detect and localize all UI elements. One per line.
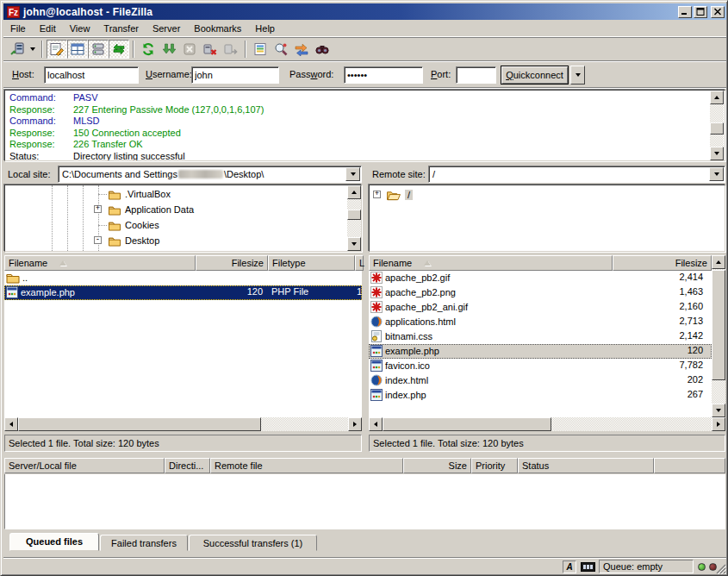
encryption-indicator-icon[interactable] xyxy=(581,562,595,572)
cancel-operation-button[interactable] xyxy=(179,40,200,59)
username-input[interactable] xyxy=(191,66,279,84)
tree-item-cookies[interactable]: Cookies xyxy=(5,217,361,233)
file-row-updir[interactable]: .. xyxy=(4,271,362,285)
queue-list[interactable] xyxy=(4,474,725,529)
column-header-remote-file[interactable]: Remote file xyxy=(210,458,403,473)
tree-item-virtualbox[interactable]: .VirtualBox xyxy=(5,186,361,202)
file-row[interactable]: index.php 267 xyxy=(369,388,712,403)
column-header-filesize[interactable]: Filesize xyxy=(613,255,712,271)
column-header-priority[interactable]: Priority xyxy=(471,458,518,473)
menu-transfer[interactable]: Transfer xyxy=(96,21,146,36)
redacted-username xyxy=(178,170,223,178)
toggle-message-log-button[interactable] xyxy=(47,40,67,59)
host-input[interactable] xyxy=(44,66,139,84)
file-row[interactable]: apache_pb2.gif 2,414 xyxy=(369,271,712,285)
tree-item-desktop[interactable]: - Desktop xyxy=(5,233,361,248)
file-row[interactable]: favicon.ico 7,782 xyxy=(369,359,712,373)
refresh-button[interactable] xyxy=(138,40,159,59)
column-header-size[interactable]: Size xyxy=(403,458,471,473)
file-row[interactable]: apache_pb2_ani.gif 2,160 xyxy=(369,300,712,315)
site-manager-dropdown-icon[interactable] xyxy=(28,40,38,59)
expand-icon[interactable]: + xyxy=(373,191,381,198)
port-input[interactable] xyxy=(456,66,496,84)
tab-successful-transfers[interactable]: Successful transfers (1) xyxy=(189,535,317,551)
tab-failed-transfers[interactable]: Failed transfers xyxy=(100,535,188,551)
scroll-right-icon[interactable] xyxy=(712,417,725,431)
css-file-icon xyxy=(370,330,383,342)
scrollbar-thumb[interactable] xyxy=(18,417,261,431)
maximize-button[interactable] xyxy=(694,6,707,18)
column-header-filetype[interactable]: Filetype xyxy=(268,255,355,271)
tree-item-root[interactable]: + / xyxy=(370,187,725,203)
scrollbar-thumb[interactable] xyxy=(347,210,361,220)
local-horizontal-scrollbar[interactable] xyxy=(4,417,362,431)
file-row[interactable]: index.html 202 xyxy=(369,373,712,388)
menu-server[interactable]: Server xyxy=(146,21,187,36)
quickconnect-button[interactable]: Quickconnect xyxy=(501,66,569,85)
expand-icon[interactable]: + xyxy=(94,205,102,213)
remote-site-combobox[interactable]: / xyxy=(428,166,725,183)
column-header-filename[interactable]: Filename xyxy=(369,255,613,271)
menu-bookmarks[interactable]: Bookmarks xyxy=(187,21,248,36)
remote-vertical-scrollbar[interactable] xyxy=(712,255,725,417)
toggle-remote-tree-button[interactable] xyxy=(88,40,109,59)
column-header-status[interactable]: Status xyxy=(518,458,654,473)
scroll-down-icon[interactable] xyxy=(712,404,725,417)
title-bar[interactable]: Fz john@localhost - FileZilla xyxy=(3,3,726,20)
synchronized-browsing-button[interactable] xyxy=(291,40,312,59)
combo-dropdown-icon[interactable] xyxy=(709,167,724,181)
scroll-up-icon[interactable] xyxy=(710,91,724,104)
disconnect-button[interactable] xyxy=(200,40,221,59)
file-row[interactable]: apache_pb2.png 1,463 xyxy=(369,285,712,300)
quickconnect-dropdown-icon[interactable] xyxy=(570,66,585,85)
scroll-right-icon[interactable] xyxy=(348,417,362,431)
directory-comparison-button[interactable] xyxy=(271,40,291,59)
menu-help[interactable]: Help xyxy=(248,21,282,36)
find-files-button[interactable] xyxy=(312,40,333,59)
remote-site-label: Remote site: xyxy=(369,167,429,181)
scrollbar-thumb[interactable] xyxy=(383,417,551,431)
ascii-datatype-indicator[interactable]: A xyxy=(563,560,576,573)
reconnect-button[interactable] xyxy=(221,40,241,59)
collapse-icon[interactable]: - xyxy=(94,236,102,244)
column-header-filler xyxy=(654,458,725,473)
combo-dropdown-icon[interactable] xyxy=(345,167,360,181)
process-queue-button[interactable] xyxy=(159,40,179,59)
menu-file[interactable]: File xyxy=(3,21,33,36)
column-header-server-local-file[interactable]: Server/Local file xyxy=(4,458,165,473)
file-row-example-php[interactable]: example.php 120 PHP File 1 xyxy=(4,285,362,300)
site-manager-button[interactable] xyxy=(7,40,28,59)
local-path-suffix: \Desktop\ xyxy=(224,169,264,179)
log-scrollbar[interactable] xyxy=(710,91,724,160)
tree-item-application-data[interactable]: + Application Data xyxy=(5,202,361,217)
scrollbar-thumb[interactable] xyxy=(712,270,725,380)
scroll-up-icon[interactable] xyxy=(712,255,725,269)
scroll-left-icon[interactable] xyxy=(4,417,18,431)
local-site-combobox[interactable]: C:\Documents and Settings\Desktop\ xyxy=(58,166,362,183)
close-button[interactable] xyxy=(711,6,725,18)
resize-grip[interactable] xyxy=(714,562,726,574)
menu-view[interactable]: View xyxy=(63,21,97,36)
local-tree-scrollbar[interactable] xyxy=(347,185,361,251)
menu-edit[interactable]: Edit xyxy=(33,21,63,36)
scroll-down-icon[interactable] xyxy=(347,237,361,251)
file-row[interactable]: bitnami.css 2,142 xyxy=(369,329,712,344)
filter-button[interactable] xyxy=(250,40,271,59)
tab-queued-files[interactable]: Queued files xyxy=(9,533,99,551)
scroll-left-icon[interactable] xyxy=(369,417,383,431)
column-header-direction[interactable]: Directi... xyxy=(165,458,210,473)
file-row[interactable]: applications.html 2,713 xyxy=(369,315,712,329)
column-header-filesize[interactable]: Filesize xyxy=(196,255,268,271)
column-header-last-modified[interactable]: L xyxy=(355,255,364,271)
local-file-list: .. example.php 120 PHP File 1 xyxy=(4,271,362,417)
column-header-filename[interactable]: Filename xyxy=(4,255,196,271)
scrollbar-thumb[interactable] xyxy=(710,122,724,135)
scroll-up-icon[interactable] xyxy=(347,185,361,199)
password-input[interactable] xyxy=(344,66,423,84)
toggle-local-tree-button[interactable] xyxy=(67,40,88,59)
toggle-transfer-queue-button[interactable] xyxy=(109,40,129,59)
scroll-down-icon[interactable] xyxy=(710,147,724,160)
remote-horizontal-scrollbar[interactable] xyxy=(369,417,725,431)
file-row-selected[interactable]: example.php 120 xyxy=(369,344,712,359)
minimize-button[interactable] xyxy=(678,6,692,18)
